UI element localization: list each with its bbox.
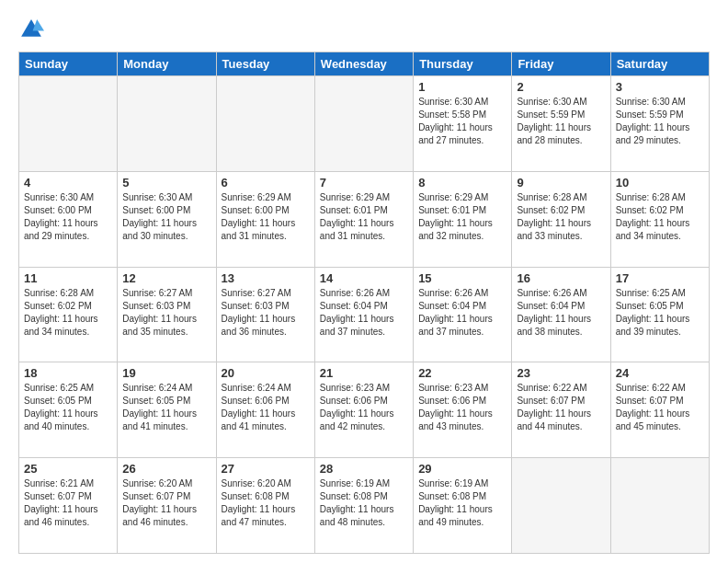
- calendar-cell: [118, 76, 216, 172]
- day-number: 23: [517, 366, 605, 380]
- calendar-cell: 6Sunrise: 6:29 AM Sunset: 6:00 PM Daylig…: [216, 171, 314, 267]
- day-number: 22: [418, 366, 506, 380]
- calendar-cell: 2Sunrise: 6:30 AM Sunset: 5:59 PM Daylig…: [512, 76, 610, 172]
- day-number: 8: [418, 176, 506, 190]
- calendar-week-2: 11Sunrise: 6:28 AM Sunset: 6:02 PM Dayli…: [19, 267, 710, 362]
- day-info: Sunrise: 6:26 AM Sunset: 6:04 PM Dayligh…: [320, 287, 408, 339]
- day-info: Sunrise: 6:20 AM Sunset: 6:07 PM Dayligh…: [122, 477, 210, 529]
- calendar-cell: 23Sunrise: 6:22 AM Sunset: 6:07 PM Dayli…: [512, 362, 610, 458]
- calendar-cell: 16Sunrise: 6:26 AM Sunset: 6:04 PM Dayli…: [512, 267, 610, 362]
- calendar-cell: [512, 458, 610, 554]
- day-number: 29: [418, 462, 506, 476]
- weekday-header-thursday: Thursday: [414, 52, 512, 76]
- calendar-cell: [19, 76, 118, 172]
- calendar-cell: 1Sunrise: 6:30 AM Sunset: 5:58 PM Daylig…: [414, 76, 512, 172]
- calendar-cell: 22Sunrise: 6:23 AM Sunset: 6:06 PM Dayli…: [414, 362, 512, 458]
- calendar-cell: 5Sunrise: 6:30 AM Sunset: 6:00 PM Daylig…: [118, 171, 216, 267]
- day-info: Sunrise: 6:30 AM Sunset: 5:59 PM Dayligh…: [616, 96, 704, 147]
- day-info: Sunrise: 6:20 AM Sunset: 6:08 PM Dayligh…: [222, 477, 310, 529]
- day-info: Sunrise: 6:22 AM Sunset: 6:07 PM Dayligh…: [616, 382, 704, 433]
- day-info: Sunrise: 6:25 AM Sunset: 6:05 PM Dayligh…: [24, 382, 112, 433]
- calendar-table: SundayMondayTuesdayWednesdayThursdayFrid…: [18, 52, 710, 554]
- calendar-cell: 21Sunrise: 6:23 AM Sunset: 6:06 PM Dayli…: [314, 362, 413, 458]
- day-info: Sunrise: 6:28 AM Sunset: 6:02 PM Dayligh…: [24, 287, 112, 339]
- day-info: Sunrise: 6:24 AM Sunset: 6:05 PM Dayligh…: [122, 382, 210, 433]
- weekday-header-saturday: Saturday: [610, 52, 709, 76]
- calendar-cell: 4Sunrise: 6:30 AM Sunset: 6:00 PM Daylig…: [19, 171, 118, 267]
- day-number: 7: [320, 176, 408, 190]
- day-number: 21: [320, 366, 408, 380]
- calendar-week-3: 18Sunrise: 6:25 AM Sunset: 6:05 PM Dayli…: [19, 362, 710, 458]
- day-info: Sunrise: 6:27 AM Sunset: 6:03 PM Dayligh…: [122, 287, 210, 339]
- day-number: 9: [517, 176, 605, 190]
- day-info: Sunrise: 6:28 AM Sunset: 6:02 PM Dayligh…: [616, 191, 704, 243]
- day-number: 28: [320, 462, 408, 476]
- calendar-cell: 9Sunrise: 6:28 AM Sunset: 6:02 PM Daylig…: [512, 171, 610, 267]
- day-number: 2: [517, 80, 605, 94]
- calendar-cell: 25Sunrise: 6:21 AM Sunset: 6:07 PM Dayli…: [19, 458, 118, 554]
- logo-icon: [18, 17, 44, 42]
- day-info: Sunrise: 6:27 AM Sunset: 6:03 PM Dayligh…: [222, 287, 310, 339]
- calendar-week-4: 25Sunrise: 6:21 AM Sunset: 6:07 PM Dayli…: [19, 458, 710, 554]
- day-info: Sunrise: 6:29 AM Sunset: 6:01 PM Dayligh…: [320, 191, 408, 243]
- calendar-cell: [314, 76, 413, 172]
- day-number: 14: [320, 271, 408, 285]
- day-info: Sunrise: 6:26 AM Sunset: 6:04 PM Dayligh…: [517, 287, 605, 339]
- calendar-cell: 20Sunrise: 6:24 AM Sunset: 6:06 PM Dayli…: [216, 362, 314, 458]
- calendar-cell: 18Sunrise: 6:25 AM Sunset: 6:05 PM Dayli…: [19, 362, 118, 458]
- calendar-week-1: 4Sunrise: 6:30 AM Sunset: 6:00 PM Daylig…: [19, 171, 710, 267]
- day-number: 26: [122, 462, 210, 476]
- calendar-cell: 24Sunrise: 6:22 AM Sunset: 6:07 PM Dayli…: [610, 362, 709, 458]
- day-info: Sunrise: 6:19 AM Sunset: 6:08 PM Dayligh…: [320, 477, 408, 529]
- calendar-cell: 14Sunrise: 6:26 AM Sunset: 6:04 PM Dayli…: [314, 267, 413, 362]
- page: SundayMondayTuesdayWednesdayThursdayFrid…: [0, 0, 728, 563]
- day-number: 6: [222, 176, 310, 190]
- day-number: 24: [616, 366, 704, 380]
- calendar-cell: 7Sunrise: 6:29 AM Sunset: 6:01 PM Daylig…: [314, 171, 413, 267]
- day-number: 18: [24, 366, 112, 380]
- day-number: 20: [222, 366, 310, 380]
- day-info: Sunrise: 6:25 AM Sunset: 6:05 PM Dayligh…: [616, 287, 704, 339]
- day-number: 11: [24, 271, 112, 285]
- calendar-cell: 8Sunrise: 6:29 AM Sunset: 6:01 PM Daylig…: [414, 171, 512, 267]
- day-info: Sunrise: 6:24 AM Sunset: 6:06 PM Dayligh…: [222, 382, 310, 433]
- day-number: 16: [517, 271, 605, 285]
- weekday-header-tuesday: Tuesday: [216, 52, 314, 76]
- day-number: 27: [222, 462, 310, 476]
- day-number: 15: [418, 271, 506, 285]
- weekday-header-friday: Friday: [512, 52, 610, 76]
- day-info: Sunrise: 6:19 AM Sunset: 6:08 PM Dayligh…: [418, 477, 506, 529]
- logo: [18, 17, 48, 42]
- weekday-header-monday: Monday: [118, 52, 216, 76]
- day-info: Sunrise: 6:29 AM Sunset: 6:01 PM Dayligh…: [418, 191, 506, 243]
- calendar-cell: [216, 76, 314, 172]
- day-info: Sunrise: 6:21 AM Sunset: 6:07 PM Dayligh…: [24, 477, 112, 529]
- day-number: 12: [122, 271, 210, 285]
- weekday-header-wednesday: Wednesday: [314, 52, 413, 76]
- header: [18, 17, 710, 42]
- calendar-cell: 3Sunrise: 6:30 AM Sunset: 5:59 PM Daylig…: [610, 76, 709, 172]
- day-info: Sunrise: 6:23 AM Sunset: 6:06 PM Dayligh…: [320, 382, 408, 433]
- day-number: 10: [616, 176, 704, 190]
- calendar-cell: 19Sunrise: 6:24 AM Sunset: 6:05 PM Dayli…: [118, 362, 216, 458]
- day-number: 13: [222, 271, 310, 285]
- calendar-cell: 27Sunrise: 6:20 AM Sunset: 6:08 PM Dayli…: [216, 458, 314, 554]
- day-info: Sunrise: 6:28 AM Sunset: 6:02 PM Dayligh…: [517, 191, 605, 243]
- calendar-cell: 26Sunrise: 6:20 AM Sunset: 6:07 PM Dayli…: [118, 458, 216, 554]
- day-info: Sunrise: 6:23 AM Sunset: 6:06 PM Dayligh…: [418, 382, 506, 433]
- calendar-cell: 15Sunrise: 6:26 AM Sunset: 6:04 PM Dayli…: [414, 267, 512, 362]
- calendar-cell: 29Sunrise: 6:19 AM Sunset: 6:08 PM Dayli…: [414, 458, 512, 554]
- calendar-cell: 28Sunrise: 6:19 AM Sunset: 6:08 PM Dayli…: [314, 458, 413, 554]
- weekday-header-sunday: Sunday: [19, 52, 118, 76]
- day-number: 3: [616, 80, 704, 94]
- calendar-cell: [610, 458, 709, 554]
- day-number: 19: [122, 366, 210, 380]
- calendar-cell: 13Sunrise: 6:27 AM Sunset: 6:03 PM Dayli…: [216, 267, 314, 362]
- calendar-cell: 17Sunrise: 6:25 AM Sunset: 6:05 PM Dayli…: [610, 267, 709, 362]
- calendar-cell: 10Sunrise: 6:28 AM Sunset: 6:02 PM Dayli…: [610, 171, 709, 267]
- calendar-cell: 12Sunrise: 6:27 AM Sunset: 6:03 PM Dayli…: [118, 267, 216, 362]
- day-info: Sunrise: 6:22 AM Sunset: 6:07 PM Dayligh…: [517, 382, 605, 433]
- day-info: Sunrise: 6:30 AM Sunset: 6:00 PM Dayligh…: [122, 191, 210, 243]
- day-number: 5: [122, 176, 210, 190]
- day-number: 4: [24, 176, 112, 190]
